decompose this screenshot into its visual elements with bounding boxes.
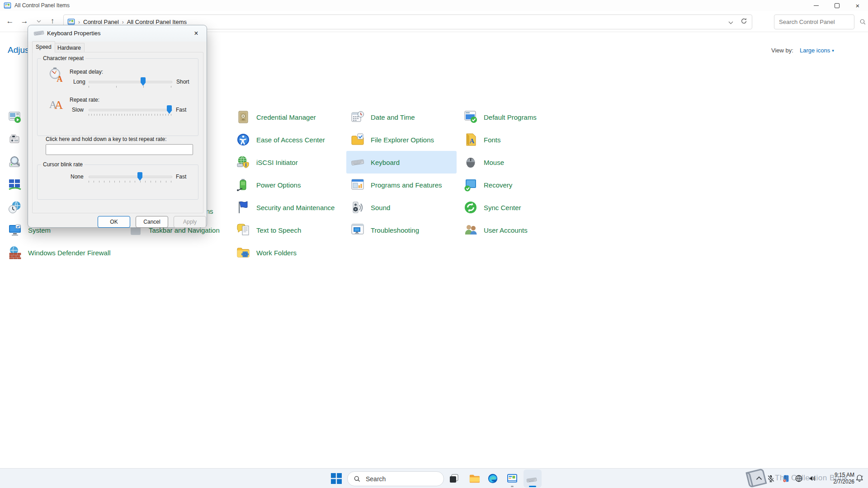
taskbar: Search xyxy=(0,468,868,488)
control-panel-item[interactable]: iSCSI Initiator xyxy=(232,151,342,174)
minimize-button[interactable] xyxy=(806,0,826,11)
notification-bell-icon[interactable]: z xyxy=(856,474,865,482)
control-panel-item[interactable]: Troubleshooting xyxy=(346,219,457,241)
repeat-rate-ticks xyxy=(89,114,171,116)
indexing-options-icon xyxy=(8,155,22,169)
network-globe-icon[interactable] xyxy=(795,474,803,483)
svg-text:z: z xyxy=(862,475,863,478)
control-panel-item[interactable]: Windows Defender Firewall xyxy=(4,241,114,264)
minimize-icon xyxy=(814,5,819,6)
control-panel-item-label[interactable]: Power Options xyxy=(256,181,301,189)
window-title: All Control Panel Items xyxy=(14,2,70,9)
cursor-blink-slider[interactable] xyxy=(89,176,172,178)
repeat-rate-test-input[interactable] xyxy=(46,144,193,155)
control-panel-item[interactable]: Date and Time xyxy=(346,106,457,128)
control-panel-item-label[interactable]: Fonts xyxy=(484,136,501,144)
control-panel-item-label[interactable]: Troubleshooting xyxy=(371,226,419,234)
svg-text:A: A xyxy=(55,99,63,112)
control-panel-item-label[interactable]: Text to Speech xyxy=(256,226,301,234)
svg-text:A: A xyxy=(57,75,63,83)
control-panel-item-label[interactable]: Work Folders xyxy=(256,249,297,257)
control-panel-item[interactable]: Credential Manager xyxy=(232,106,342,128)
tray-time: 9:15 AM xyxy=(833,472,854,479)
dialog-close-button[interactable]: × xyxy=(189,28,203,39)
control-panel-item-label[interactable]: Credential Manager xyxy=(256,113,316,121)
region-icon xyxy=(8,201,22,214)
control-panel-item[interactable]: Sync Center xyxy=(459,196,570,219)
user-accounts-icon xyxy=(464,223,477,237)
search-control-panel-box[interactable] xyxy=(774,14,854,29)
running-indicator xyxy=(511,486,514,487)
control-panel-item[interactable]: Default Programs xyxy=(459,106,570,128)
control-panel-item[interactable]: Sound xyxy=(346,196,457,219)
repeat-rate-right-label: Fast xyxy=(176,107,186,113)
task-view-button[interactable] xyxy=(445,469,463,488)
control-panel-item-label[interactable]: User Accounts xyxy=(484,226,528,234)
fonts-icon: A xyxy=(464,133,477,146)
control-panel-item[interactable]: Programs and Features xyxy=(346,174,457,196)
sound-icon xyxy=(351,201,364,214)
programs-features-icon xyxy=(351,178,364,192)
control-panel-item-label[interactable]: Programs and Features xyxy=(371,181,442,189)
volume-icon[interactable] xyxy=(808,474,816,483)
control-panel-item-label[interactable]: iSCSI Initiator xyxy=(256,159,298,166)
address-dropdown-chevron[interactable] xyxy=(728,18,733,26)
control-panel-item[interactable]: AFonts xyxy=(459,128,570,151)
cancel-button[interactable]: Cancel xyxy=(136,216,168,228)
svg-text:A: A xyxy=(470,137,475,145)
edge-button[interactable] xyxy=(484,469,502,488)
control-panel-item[interactable]: Mouse xyxy=(459,151,570,174)
control-panel-item-label[interactable]: Sync Center xyxy=(484,204,521,211)
control-panel-item[interactable]: Security and Maintenance xyxy=(232,196,342,219)
tab-speed[interactable]: Speed xyxy=(32,41,55,52)
repeat-delay-right-label: Short xyxy=(176,79,189,85)
notification-app-icon[interactable] xyxy=(782,474,790,483)
control-panel-item[interactable]: Text to Speech xyxy=(232,219,342,241)
control-panel-item-label[interactable]: Date and Time xyxy=(371,113,415,121)
control-panel-item[interactable]: Power Options xyxy=(232,174,342,196)
view-by-dropdown[interactable]: Large icons▾ xyxy=(800,47,834,54)
control-panel-item-label[interactable]: Default Programs xyxy=(484,113,537,121)
troubleshooting-icon xyxy=(351,223,364,237)
ok-button[interactable]: OK xyxy=(98,216,130,228)
search-input[interactable] xyxy=(774,18,859,26)
refresh-icon[interactable] xyxy=(741,18,747,26)
control-panel-item[interactable]: Work Folders xyxy=(232,241,342,264)
control-panel-item[interactable]: Recovery xyxy=(459,174,570,196)
control-panel-item[interactable]: File Explorer Options xyxy=(346,128,457,151)
tray-chevron-up-icon[interactable] xyxy=(755,474,763,483)
back-button[interactable]: ← xyxy=(4,15,16,28)
control-panel-item-label[interactable]: Keyboard xyxy=(371,159,400,166)
microphone-muted-icon[interactable] xyxy=(767,474,775,483)
keyboard-icon xyxy=(526,474,539,483)
tab-hardware[interactable]: Hardware xyxy=(54,43,85,52)
taskbar-search[interactable]: Search xyxy=(347,471,444,486)
control-panel-item[interactable]: Ease of Access Center xyxy=(232,128,342,151)
start-button[interactable] xyxy=(327,469,345,488)
maximize-button[interactable] xyxy=(826,0,847,11)
maximize-icon xyxy=(835,3,840,8)
system-icon xyxy=(8,223,22,237)
control-panel-item-label[interactable]: Ease of Access Center xyxy=(256,136,325,144)
file-explorer-button[interactable] xyxy=(465,469,483,488)
breadcrumb-all-items[interactable]: All Control Panel Items xyxy=(127,19,187,25)
control-panel-item-label[interactable]: Security and Maintenance xyxy=(256,204,335,211)
breadcrumb-control-panel[interactable]: Control Panel xyxy=(83,19,119,25)
desktop: All Control Panel Items × ← → ↑ › Contro… xyxy=(0,0,868,488)
clock[interactable]: 9:15 AM 2/7/2026 xyxy=(833,472,854,485)
control-panel-taskbar-button[interactable] xyxy=(503,469,521,488)
control-panel-item[interactable]: User Accounts xyxy=(459,219,570,241)
repeat-rate-slider[interactable] xyxy=(89,109,172,111)
control-panel-item-label[interactable]: Windows Defender Firewall xyxy=(28,249,111,257)
control-panel-item-label[interactable]: File Explorer Options xyxy=(371,136,434,144)
repeat-delay-slider[interactable] xyxy=(89,81,172,83)
control-panel-item-label[interactable]: Sound xyxy=(371,204,390,211)
iscsi-icon xyxy=(236,155,250,169)
control-panel-item[interactable]: Keyboard xyxy=(346,151,457,174)
close-button[interactable]: × xyxy=(847,0,868,11)
control-panel-item-label[interactable]: Mouse xyxy=(484,159,504,166)
keyboard-properties-taskbar-button[interactable] xyxy=(524,469,542,488)
search-icon xyxy=(859,19,866,25)
taskbar-search-label: Search xyxy=(366,475,386,483)
control-panel-item-label[interactable]: Recovery xyxy=(484,181,512,189)
